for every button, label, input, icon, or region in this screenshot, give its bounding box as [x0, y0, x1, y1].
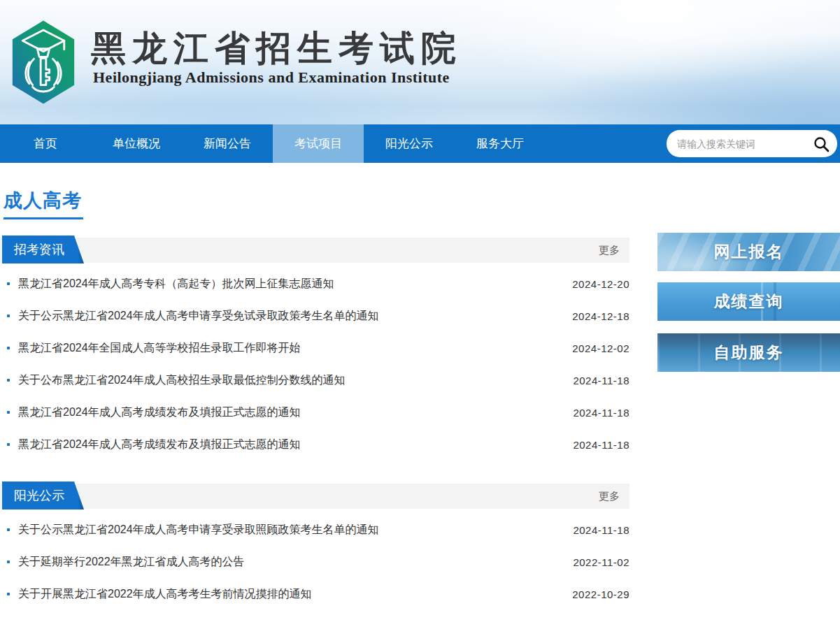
news-date: 2024-12-18	[572, 310, 629, 322]
news-link[interactable]: 黑龙江省2024年成人高考专科（高起专）批次网上征集志愿通知	[18, 277, 334, 291]
search-input[interactable]	[677, 138, 812, 150]
news-link[interactable]: 黑龙江省2024年全国成人高等学校招生录取工作即将开始	[18, 341, 301, 356]
news-link[interactable]: 关于延期举行2022年黑龙江省成人高考的公告	[18, 555, 245, 570]
bullet-dot-icon	[7, 560, 10, 563]
bullet-dot-icon	[7, 379, 10, 382]
news-link[interactable]: 黑龙江省2024年成人高考成绩发布及填报正式志愿的通知	[18, 437, 301, 452]
news-date: 2024-12-02	[572, 342, 629, 354]
site-title: 黑龙江省招生考试院	[91, 25, 462, 72]
section-header-bar: 招考资讯更多	[0, 238, 629, 263]
nav-item-6[interactable]: 服务大厅	[455, 124, 546, 163]
news-list: 黑龙江省2024年成人高考专科（高起专）批次网上征集志愿通知2024-12-20…	[0, 263, 629, 461]
institute-logo-icon	[10, 19, 77, 106]
site-logo[interactable]	[10, 19, 77, 106]
news-link[interactable]: 关于公示黑龙江省2024年成人高考申请享受免试录取政策考生名单的通知	[18, 309, 379, 324]
news-date: 2022-10-29	[572, 588, 629, 600]
bullet-dot-icon	[7, 411, 10, 414]
news-link[interactable]: 黑龙江省2024年成人高考成绩发布及填报正式志愿的通知	[18, 405, 301, 420]
quick-links-sidebar: 网上报名成绩查询自助服务	[657, 163, 840, 610]
news-row: 关于公示黑龙江省2024年成人高考申请享受免试录取政策考生名单的通知2024-1…	[0, 300, 629, 332]
nav-item-1[interactable]: 首页	[0, 124, 91, 163]
news-date: 2024-11-18	[573, 407, 629, 419]
nav-items: 首页单位概况新闻公告考试项目阳光公示服务大厅	[0, 124, 546, 163]
nav-item-4[interactable]: 考试项目	[273, 124, 364, 163]
news-date: 2024-12-20	[572, 278, 629, 290]
news-row: 黑龙江省2024年全国成人高等学校招生录取工作即将开始2024-12-02	[0, 332, 629, 364]
section-title-tab: 招考资讯	[2, 236, 84, 263]
bullet-dot-icon	[7, 593, 10, 595]
bullet-dot-icon	[7, 282, 10, 285]
news-link[interactable]: 关于公布黑龙江省2024年成人高校招生录取最低控制分数线的通知	[18, 373, 346, 388]
quick-link-button-1[interactable]: 网上报名	[657, 233, 840, 271]
more-link[interactable]: 更多	[599, 244, 620, 257]
search-icon	[813, 136, 830, 152]
news-row: 关于公示黑龙江省2024年成人高考申请享受录取照顾政策考生名单的通知2024-1…	[0, 514, 629, 546]
quick-link-button-2[interactable]: 成绩查询	[657, 282, 840, 321]
nav-item-5[interactable]: 阳光公示	[364, 124, 455, 163]
quick-link-button-3[interactable]: 自助服务	[657, 333, 840, 372]
content-column: 成人高考 招考资讯更多黑龙江省2024年成人高考专科（高起专）批次网上征集志愿通…	[0, 163, 629, 610]
section-header-bar: 阳光公示更多	[0, 484, 629, 509]
news-row: 关于延期举行2022年黑龙江省成人高考的公告2022-11-02	[0, 546, 629, 578]
bullet-dot-icon	[7, 528, 10, 531]
news-row: 黑龙江省2024年成人高考成绩发布及填报正式志愿的通知2024-11-18	[0, 428, 629, 461]
news-link[interactable]: 关于公示黑龙江省2024年成人高考申请享受录取照顾政策考生名单的通知	[18, 523, 379, 537]
news-section-2: 阳光公示更多关于公示黑龙江省2024年成人高考申请享受录取照顾政策考生名单的通知…	[0, 484, 629, 610]
news-link[interactable]: 关于开展黑龙江省2022年成人高考考生考前情况摸排的通知	[18, 587, 312, 602]
news-row: 关于开展黑龙江省2022年成人高考考生考前情况摸排的通知2022-10-29	[0, 578, 629, 610]
site-header: 黑龙江省招生考试院 Heilongjiang Admissions and Ex…	[0, 0, 840, 124]
nav-item-3[interactable]: 新闻公告	[182, 124, 273, 163]
bullet-dot-icon	[7, 314, 10, 317]
news-date: 2024-11-18	[573, 439, 629, 451]
news-row: 关于公布黑龙江省2024年成人高校招生录取最低控制分数线的通知2024-11-1…	[0, 364, 629, 396]
nav-item-2[interactable]: 单位概况	[91, 124, 182, 163]
page-title: 成人高考	[3, 188, 83, 219]
bullet-dot-icon	[7, 443, 10, 446]
news-date: 2022-11-02	[573, 556, 629, 568]
news-section-1: 招考资讯更多黑龙江省2024年成人高考专科（高起专）批次网上征集志愿通知2024…	[0, 238, 629, 461]
more-link[interactable]: 更多	[599, 490, 620, 503]
main-nav: 首页单位概况新闻公告考试项目阳光公示服务大厅	[0, 124, 840, 163]
news-sections: 招考资讯更多黑龙江省2024年成人高考专科（高起专）批次网上征集志愿通知2024…	[0, 238, 629, 610]
site-subtitle: Heilongjiang Admissions and Examination …	[93, 68, 450, 87]
search-button[interactable]	[812, 135, 830, 153]
news-date: 2024-11-18	[573, 375, 629, 386]
page-root: 黑龙江省招生考试院 Heilongjiang Admissions and Ex…	[0, 0, 840, 622]
news-row: 黑龙江省2024年成人高考专科（高起专）批次网上征集志愿通知2024-12-20	[0, 268, 629, 300]
section-title-tab: 阳光公示	[2, 482, 84, 509]
news-list: 关于公示黑龙江省2024年成人高考申请享受录取照顾政策考生名单的通知2024-1…	[0, 509, 629, 610]
news-date: 2024-11-18	[573, 524, 629, 536]
news-row: 黑龙江省2024年成人高考成绩发布及填报正式志愿的通知2024-11-18	[0, 396, 629, 428]
bullet-dot-icon	[7, 347, 10, 349]
main-content: 成人高考 招考资讯更多黑龙江省2024年成人高考专科（高起专）批次网上征集志愿通…	[0, 163, 840, 610]
search-box	[667, 130, 837, 157]
